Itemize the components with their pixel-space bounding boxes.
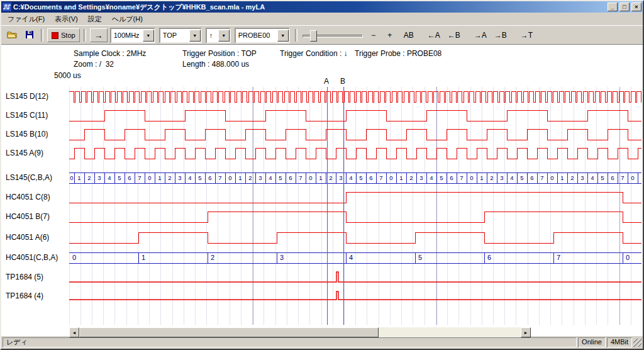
svg-text:3: 3	[258, 174, 262, 181]
svg-text:4: 4	[349, 254, 353, 261]
scroll-left-button[interactable]: ◄	[69, 327, 79, 337]
trigger-condition-text: Trigger Condition : ↓	[280, 49, 348, 58]
channel-label: HC4051(C,B,A)	[6, 253, 58, 262]
svg-text:0: 0	[550, 174, 553, 181]
svg-text:2: 2	[248, 174, 252, 181]
svg-text:7: 7	[460, 174, 463, 181]
svg-text:1: 1	[480, 174, 483, 181]
svg-text:1: 1	[399, 174, 402, 181]
channel-label: HC4051 C(8)	[6, 193, 50, 201]
svg-text:7: 7	[299, 174, 302, 181]
cursor-a-label[interactable]: A	[324, 77, 329, 86]
svg-text:4: 4	[349, 174, 352, 181]
svg-text:1: 1	[158, 174, 161, 181]
svg-text:7: 7	[138, 174, 141, 181]
svg-text:3: 3	[97, 174, 101, 181]
app-window: C:¥Documents and Settings¥noname¥デスクトップ¥…	[0, 0, 644, 350]
svg-text:0: 0	[228, 174, 231, 181]
svg-text:7: 7	[557, 254, 560, 261]
svg-text:4: 4	[269, 174, 272, 181]
svg-text:6: 6	[289, 174, 292, 181]
svg-text:1: 1	[77, 174, 80, 181]
svg-text:1: 1	[142, 254, 145, 261]
svg-text:1: 1	[319, 174, 322, 181]
scrollbar-thumb[interactable]	[79, 327, 379, 337]
svg-text:6: 6	[208, 174, 211, 181]
svg-text:3: 3	[500, 174, 503, 181]
svg-text:0: 0	[148, 174, 151, 181]
cursor-b-label[interactable]: B	[340, 77, 345, 86]
channel-label: LS145 B(10)	[6, 130, 48, 138]
svg-text:0: 0	[470, 174, 473, 181]
svg-text:7: 7	[379, 174, 382, 181]
channel-label: HC4051 B(7)	[6, 212, 50, 221]
channel-label: TP1684 (4)	[6, 291, 43, 300]
zoom-text: Zoom : / 32	[74, 60, 114, 69]
svg-text:6: 6	[369, 174, 372, 181]
svg-text:4: 4	[108, 174, 111, 181]
svg-text:5: 5	[118, 174, 121, 181]
svg-text:0: 0	[70, 174, 73, 181]
svg-text:3: 3	[280, 254, 284, 261]
channel-label: LS145 C(11)	[6, 111, 48, 120]
svg-text:5: 5	[520, 174, 523, 181]
svg-text:6: 6	[128, 174, 131, 181]
channel-label: LS145 D(12)	[6, 92, 48, 101]
svg-text:3: 3	[178, 174, 181, 181]
svg-text:4: 4	[430, 174, 433, 181]
svg-text:1: 1	[238, 174, 242, 181]
svg-text:3: 3	[419, 174, 423, 181]
channel-label: LS145 A(9)	[6, 149, 43, 157]
svg-text:2: 2	[168, 174, 171, 181]
svg-text:5: 5	[359, 174, 362, 181]
svg-text:4: 4	[188, 174, 191, 181]
timebase-text: 5000 us	[54, 71, 81, 80]
channel-label: LS145(C,B,A)	[6, 173, 52, 182]
svg-text:6: 6	[611, 174, 614, 181]
svg-text:2: 2	[87, 174, 91, 181]
svg-text:0: 0	[626, 254, 630, 261]
svg-text:4: 4	[591, 174, 594, 181]
svg-text:5: 5	[601, 174, 604, 181]
svg-text:1: 1	[560, 174, 564, 181]
svg-text:2: 2	[570, 174, 574, 181]
svg-text:6: 6	[450, 174, 453, 181]
svg-text:2: 2	[409, 174, 413, 181]
svg-text:2: 2	[329, 174, 332, 181]
svg-text:5: 5	[418, 254, 422, 261]
svg-text:0: 0	[631, 174, 634, 181]
length-text: Length : 488.000 us	[182, 60, 249, 69]
channel-label: HC4051 A(6)	[6, 233, 49, 242]
channel-label: TP1684 (5)	[6, 273, 43, 281]
svg-text:0: 0	[309, 174, 312, 181]
svg-text:3: 3	[580, 174, 584, 181]
svg-text:3: 3	[339, 174, 342, 181]
sample-clock-text: Sample Clock : 2MHz	[74, 49, 146, 58]
horizontal-scrollbar[interactable]: ◄ ►	[69, 327, 531, 337]
svg-text:0: 0	[389, 174, 392, 181]
svg-text:5: 5	[198, 174, 201, 181]
svg-text:7: 7	[621, 174, 624, 181]
trigger-position-text: Trigger Position : TOP	[182, 49, 257, 58]
trigger-probe-text: Trigger Probe : PROBE08	[355, 49, 441, 58]
scroll-right-button[interactable]: ►	[521, 327, 531, 337]
svg-text:7: 7	[218, 174, 221, 181]
svg-text:2: 2	[490, 174, 493, 181]
svg-text:5: 5	[279, 174, 282, 181]
svg-text:5: 5	[440, 174, 443, 181]
svg-text:6: 6	[530, 174, 533, 181]
svg-text:6: 6	[487, 254, 491, 261]
svg-text:2: 2	[211, 254, 214, 261]
scrollbar-track[interactable]	[79, 327, 521, 337]
svg-text:0: 0	[72, 254, 76, 261]
svg-text:7: 7	[540, 174, 543, 181]
svg-text:4: 4	[510, 174, 513, 181]
